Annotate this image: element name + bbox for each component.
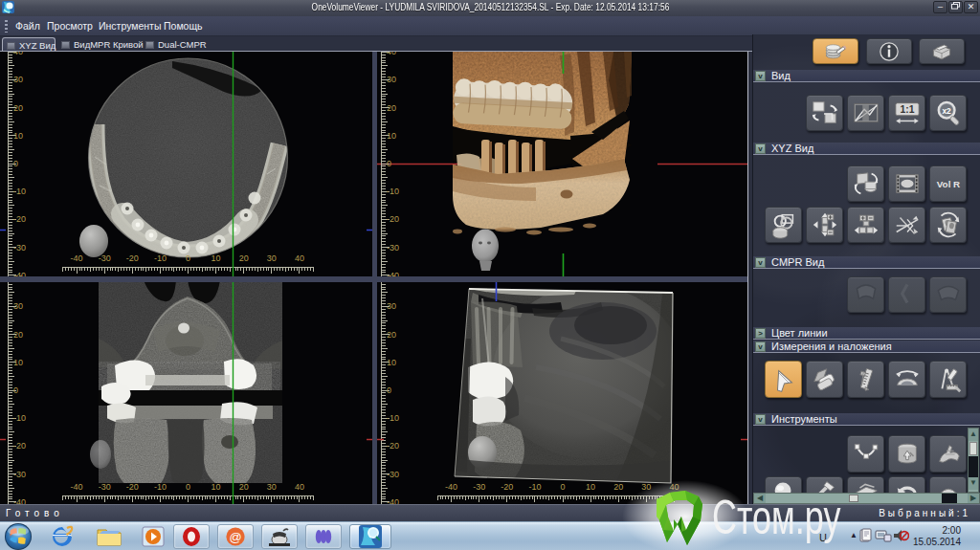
svg-text:20: 20 [239, 482, 249, 492]
svg-text:-30: -30 [13, 470, 26, 479]
svg-text:40: 40 [387, 52, 396, 56]
svg-text:10: 10 [13, 358, 23, 367]
svg-text:-30: -30 [473, 482, 485, 492]
svg-text:30: 30 [387, 75, 396, 84]
svg-text:-40: -40 [445, 482, 457, 492]
svg-text:@: @ [229, 530, 241, 544]
svg-text:30: 30 [387, 301, 396, 311]
svg-text:-40: -40 [71, 253, 83, 263]
svg-text:20: 20 [13, 103, 23, 113]
svg-text:20: 20 [239, 253, 249, 263]
svg-text:10: 10 [387, 131, 396, 141]
svg-text:0: 0 [387, 385, 391, 395]
svg-text:30: 30 [641, 482, 651, 492]
svg-text:-30: -30 [99, 253, 111, 263]
svg-text:-20: -20 [387, 441, 399, 451]
svg-text:0: 0 [13, 159, 18, 168]
svg-text:-10: -10 [154, 482, 167, 492]
svg-text:-10: -10 [13, 187, 26, 196]
svg-text:40: 40 [669, 482, 679, 492]
svg-text:20: 20 [13, 330, 23, 340]
svg-text:30: 30 [13, 75, 23, 84]
svg-text:-40: -40 [387, 497, 399, 504]
svg-text:10: 10 [387, 358, 396, 367]
svg-text:30: 30 [267, 482, 277, 492]
svg-text:Vol R: Vol R [936, 179, 959, 189]
svg-text:-10: -10 [528, 482, 541, 492]
svg-text:0: 0 [560, 482, 565, 492]
svg-text:20: 20 [387, 103, 396, 113]
svg-text:-40: -40 [13, 497, 26, 504]
svg-text:10: 10 [13, 131, 23, 141]
svg-text:0: 0 [387, 159, 391, 168]
svg-text:-20: -20 [126, 482, 139, 492]
svg-text:-10: -10 [387, 413, 399, 423]
svg-text:-20: -20 [126, 253, 139, 263]
svg-text:-20: -20 [13, 214, 26, 224]
svg-text:-20: -20 [13, 441, 26, 451]
svg-text:0: 0 [186, 482, 190, 492]
svg-text:-20: -20 [501, 482, 513, 492]
svg-text:40: 40 [295, 253, 304, 263]
svg-text:-30: -30 [13, 243, 26, 253]
svg-text:-10: -10 [13, 413, 26, 423]
svg-text:30: 30 [267, 253, 277, 263]
svg-text:20: 20 [387, 330, 396, 340]
svg-text:40: 40 [13, 52, 23, 56]
svg-text:0: 0 [186, 253, 190, 263]
svg-text:-10: -10 [154, 253, 167, 263]
svg-text:30: 30 [13, 301, 23, 311]
svg-text:10: 10 [586, 482, 595, 492]
svg-text:1:1: 1:1 [900, 104, 914, 115]
svg-text:40: 40 [295, 482, 304, 492]
svg-text:-30: -30 [99, 482, 111, 492]
svg-text:-20: -20 [387, 214, 399, 224]
svg-text:-30: -30 [387, 243, 399, 253]
svg-text:-10: -10 [387, 187, 399, 196]
svg-text:-40: -40 [71, 482, 83, 492]
svg-text:10: 10 [212, 482, 221, 492]
svg-text:x2: x2 [942, 106, 951, 116]
svg-text:10: 10 [212, 253, 221, 263]
svg-text:0: 0 [13, 385, 18, 395]
svg-text:-30: -30 [387, 470, 399, 479]
svg-text:20: 20 [613, 482, 623, 492]
